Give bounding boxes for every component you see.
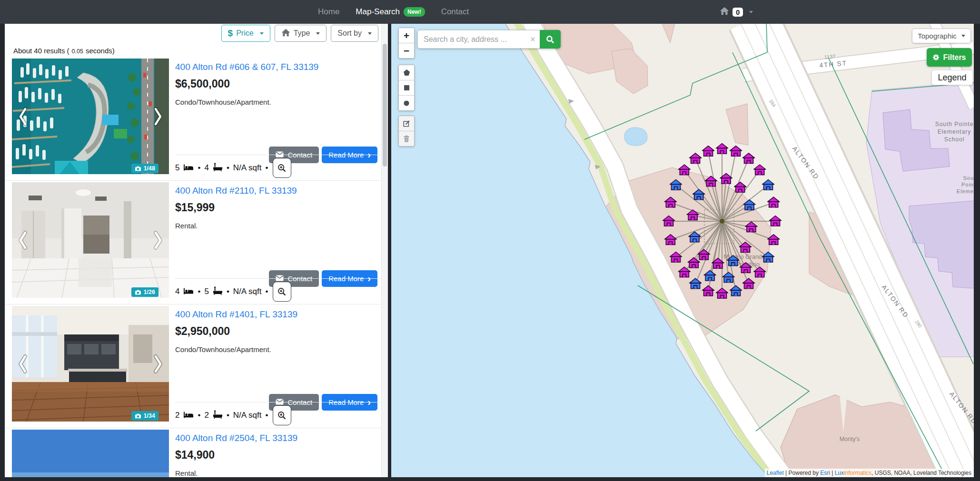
listing-card: 400 Alton Rd #2504, FL 33139 $14,900 Ren… — [5, 428, 388, 477]
photo-count-badge: 1/48 — [131, 164, 158, 173]
esri-link[interactable]: Esri — [820, 470, 830, 476]
zoom-to-listing-button[interactable] — [273, 405, 291, 425]
listing-card: 1/48 400 Alton Rd #606 & 607, FL 33139 $… — [5, 57, 388, 181]
draw-rectangle-button[interactable] — [399, 80, 414, 96]
new-badge: New! — [404, 7, 425, 17]
nav-map-search[interactable]: Map-Search New! — [356, 7, 425, 17]
home-icon — [720, 7, 729, 17]
map-filters-button[interactable]: Filters — [927, 48, 972, 67]
listing-stats: 2 • 2 • N/A sqft • — [175, 402, 383, 428]
dot-separator: • — [198, 411, 200, 420]
map-label-1137: 1137 — [824, 53, 835, 60]
listing-info: 400 Alton Rd #2504, FL 33139 $14,900 Ren… — [175, 433, 381, 477]
listing-photo[interactable]: 1/34 — [12, 306, 169, 422]
listing-card: 1/34 400 Alton Rd #1401, FL 33139 $2,950… — [5, 304, 388, 428]
school-label-line1: South Pointe — [935, 121, 974, 128]
sqft-value: N/A sqft — [233, 163, 262, 173]
listing-price: $15,999 — [175, 201, 381, 214]
legend-toggle[interactable]: Legend — [931, 70, 973, 85]
baths-count: 2 — [204, 411, 208, 420]
dot-separator: • — [227, 287, 229, 296]
zoom-in-button[interactable]: + — [399, 28, 414, 43]
bath-icon — [213, 410, 223, 421]
draw-polygon-button[interactable] — [399, 65, 414, 80]
chevron-down-icon — [260, 32, 264, 37]
listing-stats: 5 • 4 • N/A sqft • — [175, 155, 383, 181]
sort-by-button[interactable]: Sort by — [331, 25, 378, 42]
dot-separator: • — [198, 163, 200, 173]
results-summary: About 40 results ( 0.05 seconds) — [13, 47, 115, 55]
delete-shapes-button[interactable] — [399, 131, 414, 146]
camera-icon — [135, 413, 141, 419]
photo-count-badge: 1/26 — [131, 287, 158, 297]
map-attribution: Leaflet | Powered by Esri | Luxinformati… — [765, 469, 973, 477]
listing-info: 400 Alton Rd #1401, FL 33139 $2,950,000 … — [175, 309, 381, 353]
listing-photo[interactable]: 1/26 — [12, 182, 169, 298]
informatics-link[interactable]: informatics — [844, 470, 871, 476]
map-search-bar: × — [417, 30, 561, 49]
nav-contact[interactable]: Contact — [441, 7, 469, 17]
carousel-next-icon[interactable] — [154, 107, 162, 126]
listing-info: 400 Alton Rd #606 & 607, FL 33139 $6,500… — [175, 62, 381, 106]
nav-home[interactable]: Home — [318, 7, 339, 17]
zoom-to-listing-button[interactable] — [273, 282, 291, 302]
photo-count-badge: 1/34 — [131, 411, 158, 421]
carousel-prev-icon[interactable] — [19, 354, 27, 373]
saved-count-badge: 0 — [733, 8, 743, 17]
clear-search-icon[interactable]: × — [531, 35, 535, 44]
listing-info: 400 Alton Rd #2110, FL 33139 $15,999 Ren… — [175, 186, 381, 230]
listings-panel: $ Price Type Sort by About 40 results ( … — [5, 24, 388, 477]
leaflet-link[interactable]: Leaflet — [767, 470, 784, 476]
dot-separator: • — [265, 411, 268, 420]
listing-title-link[interactable]: 400 Alton Rd #1401, FL 33139 — [175, 309, 381, 320]
bed-icon — [183, 163, 194, 174]
map-search-button[interactable] — [540, 30, 561, 49]
map-search-input[interactable] — [417, 30, 540, 49]
map-viewport[interactable]: 1137 4TH ST 394 ALTON RD ALTON RD 290 AL… — [391, 24, 974, 477]
panel-scrollbar[interactable] — [381, 24, 388, 477]
lux-link[interactable]: Lux — [835, 470, 844, 476]
listing-title-link[interactable]: 400 Alton Rd #2504, FL 33139 — [175, 433, 381, 443]
beds-count: 5 — [175, 163, 179, 173]
baths-count: 5 — [204, 287, 208, 296]
results-suffix: seconds) — [86, 47, 115, 55]
baths-count: 4 — [204, 163, 208, 173]
zoom-control: + − — [398, 28, 415, 59]
saved-homes-dropdown[interactable]: 0 — [720, 0, 753, 24]
price-filter-button[interactable]: $ Price — [221, 25, 270, 42]
type-filter-button[interactable]: Type — [275, 25, 327, 42]
zoom-to-listing-button[interactable] — [273, 158, 291, 178]
zoom-out-button[interactable]: − — [399, 43, 414, 58]
type-filter-label: Type — [294, 29, 310, 38]
carousel-next-icon[interactable] — [154, 354, 162, 373]
gear-icon — [932, 54, 940, 61]
nav-contact-label: Contact — [441, 7, 469, 17]
edit-shapes-button[interactable] — [399, 116, 414, 131]
chevron-down-icon — [961, 35, 965, 39]
dollar-icon: $ — [228, 28, 233, 39]
carousel-next-icon[interactable] — [154, 231, 162, 250]
school-label-partial: Poin — [961, 182, 974, 187]
map-canvas[interactable]: 1137 4TH ST 394 ALTON RD ALTON RD 290 AL… — [391, 24, 974, 477]
school-label-line3: School — [944, 136, 965, 143]
school-label-partial: Eleme — [957, 188, 974, 194]
basemap-selector[interactable]: Topographic — [912, 29, 971, 43]
listing-title-link[interactable]: 400 Alton Rd #2110, FL 33139 — [175, 186, 381, 196]
school-label-partial: Sou — [963, 175, 974, 181]
listing-photo[interactable] — [12, 430, 169, 477]
dot-separator: • — [227, 411, 229, 420]
listing-photo[interactable]: 1/48 — [12, 59, 169, 174]
bath-icon — [213, 163, 223, 174]
listing-type: Condo/Townhouse/Apartment. — [175, 345, 381, 353]
draw-circle-button[interactable] — [399, 96, 414, 110]
listing-price: $14,900 — [175, 449, 381, 461]
beds-count: 2 — [175, 411, 179, 420]
carousel-prev-icon[interactable] — [19, 107, 27, 126]
page: Home Map-Search New! Contact 0 $ Price — [0, 0, 980, 481]
listing-title-link[interactable]: 400 Alton Rd #606 & 607, FL 33139 — [175, 62, 381, 72]
beds-count: 4 — [175, 287, 179, 296]
scrollbar-thumb[interactable] — [383, 44, 387, 167]
basemap-label: Topographic — [918, 32, 957, 40]
results-prefix: About 40 results ( — [13, 47, 69, 55]
carousel-prev-icon[interactable] — [19, 231, 27, 250]
